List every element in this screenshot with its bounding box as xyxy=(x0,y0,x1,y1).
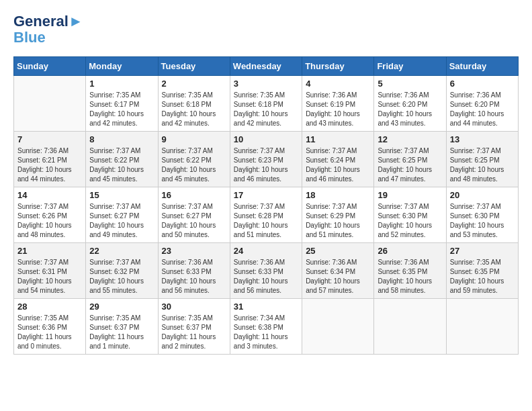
calendar-cell: 14Sunrise: 7:37 AM Sunset: 6:26 PM Dayli… xyxy=(14,187,86,243)
day-header-monday: Monday xyxy=(86,57,158,76)
calendar-cell: 22Sunrise: 7:37 AM Sunset: 6:32 PM Dayli… xyxy=(86,243,158,299)
day-info: Sunrise: 7:35 AM Sunset: 6:18 PM Dayligh… xyxy=(162,91,226,128)
calendar-cell: 17Sunrise: 7:37 AM Sunset: 6:28 PM Dayli… xyxy=(230,187,302,243)
day-number: 26 xyxy=(378,246,442,256)
day-info: Sunrise: 7:36 AM Sunset: 6:33 PM Dayligh… xyxy=(162,258,226,295)
calendar-cell: 27Sunrise: 7:35 AM Sunset: 6:35 PM Dayli… xyxy=(446,243,518,299)
day-info: Sunrise: 7:36 AM Sunset: 6:19 PM Dayligh… xyxy=(306,91,370,128)
page-header: General►Blue xyxy=(13,13,519,46)
calendar-cell: 15Sunrise: 7:37 AM Sunset: 6:27 PM Dayli… xyxy=(86,187,158,243)
day-number: 18 xyxy=(306,190,370,200)
day-number: 24 xyxy=(234,246,298,256)
day-number: 31 xyxy=(234,302,298,312)
calendar-cell: 4Sunrise: 7:36 AM Sunset: 6:19 PM Daylig… xyxy=(302,76,374,132)
day-info: Sunrise: 7:35 AM Sunset: 6:17 PM Dayligh… xyxy=(89,91,154,128)
calendar-cell: 19Sunrise: 7:37 AM Sunset: 6:30 PM Dayli… xyxy=(374,187,446,243)
day-info: Sunrise: 7:36 AM Sunset: 6:20 PM Dayligh… xyxy=(378,91,442,128)
calendar-cell xyxy=(374,299,446,355)
calendar-cell xyxy=(446,299,518,355)
day-header-thursday: Thursday xyxy=(302,57,374,76)
calendar-cell: 30Sunrise: 7:35 AM Sunset: 6:37 PM Dayli… xyxy=(158,299,230,355)
calendar-cell: 24Sunrise: 7:36 AM Sunset: 6:33 PM Dayli… xyxy=(230,243,302,299)
calendar-week-5: 28Sunrise: 7:35 AM Sunset: 6:36 PM Dayli… xyxy=(14,299,519,355)
day-info: Sunrise: 7:35 AM Sunset: 6:36 PM Dayligh… xyxy=(17,314,82,351)
day-number: 7 xyxy=(17,134,82,144)
day-info: Sunrise: 7:37 AM Sunset: 6:30 PM Dayligh… xyxy=(450,202,515,240)
day-number: 11 xyxy=(306,134,370,144)
day-header-sunday: Sunday xyxy=(14,57,86,76)
day-info: Sunrise: 7:35 AM Sunset: 6:37 PM Dayligh… xyxy=(89,314,154,351)
calendar-cell: 12Sunrise: 7:37 AM Sunset: 6:25 PM Dayli… xyxy=(374,132,446,187)
day-info: Sunrise: 7:34 AM Sunset: 6:38 PM Dayligh… xyxy=(234,314,298,351)
day-header-tuesday: Tuesday xyxy=(158,57,230,76)
day-info: Sunrise: 7:37 AM Sunset: 6:26 PM Dayligh… xyxy=(17,202,82,240)
day-info: Sunrise: 7:36 AM Sunset: 6:35 PM Dayligh… xyxy=(378,258,442,295)
calendar-cell: 31Sunrise: 7:34 AM Sunset: 6:38 PM Dayli… xyxy=(230,299,302,355)
calendar-week-2: 7Sunrise: 7:36 AM Sunset: 6:21 PM Daylig… xyxy=(14,132,519,187)
day-number: 13 xyxy=(450,134,515,144)
day-number: 8 xyxy=(89,134,154,144)
calendar-body: 1Sunrise: 7:35 AM Sunset: 6:17 PM Daylig… xyxy=(14,76,519,355)
day-header-wednesday: Wednesday xyxy=(230,57,302,76)
calendar-cell xyxy=(14,76,86,132)
day-number: 16 xyxy=(162,190,226,200)
day-info: Sunrise: 7:37 AM Sunset: 6:28 PM Dayligh… xyxy=(234,202,298,240)
logo: General►Blue xyxy=(13,13,83,46)
calendar-cell: 3Sunrise: 7:35 AM Sunset: 6:18 PM Daylig… xyxy=(230,76,302,132)
calendar-cell: 21Sunrise: 7:37 AM Sunset: 6:31 PM Dayli… xyxy=(14,243,86,299)
day-info: Sunrise: 7:36 AM Sunset: 6:33 PM Dayligh… xyxy=(234,258,298,295)
calendar-cell: 26Sunrise: 7:36 AM Sunset: 6:35 PM Dayli… xyxy=(374,243,446,299)
day-info: Sunrise: 7:37 AM Sunset: 6:25 PM Dayligh… xyxy=(378,146,442,184)
calendar-week-4: 21Sunrise: 7:37 AM Sunset: 6:31 PM Dayli… xyxy=(14,243,519,299)
day-info: Sunrise: 7:36 AM Sunset: 6:20 PM Dayligh… xyxy=(450,91,515,128)
calendar-cell: 16Sunrise: 7:37 AM Sunset: 6:27 PM Dayli… xyxy=(158,187,230,243)
day-number: 22 xyxy=(89,246,154,256)
calendar-week-3: 14Sunrise: 7:37 AM Sunset: 6:26 PM Dayli… xyxy=(14,187,519,243)
day-info: Sunrise: 7:37 AM Sunset: 6:30 PM Dayligh… xyxy=(378,202,442,240)
calendar-cell: 6Sunrise: 7:36 AM Sunset: 6:20 PM Daylig… xyxy=(446,76,518,132)
day-number: 10 xyxy=(234,134,298,144)
calendar-cell: 1Sunrise: 7:35 AM Sunset: 6:17 PM Daylig… xyxy=(86,76,158,132)
day-number: 17 xyxy=(234,190,298,200)
calendar-cell: 11Sunrise: 7:37 AM Sunset: 6:24 PM Dayli… xyxy=(302,132,374,187)
day-info: Sunrise: 7:37 AM Sunset: 6:29 PM Dayligh… xyxy=(306,202,370,240)
day-header-saturday: Saturday xyxy=(446,57,518,76)
day-info: Sunrise: 7:37 AM Sunset: 6:23 PM Dayligh… xyxy=(234,146,298,184)
day-number: 9 xyxy=(162,134,226,144)
calendar-cell: 18Sunrise: 7:37 AM Sunset: 6:29 PM Dayli… xyxy=(302,187,374,243)
day-number: 15 xyxy=(89,190,154,200)
day-header-friday: Friday xyxy=(374,57,446,76)
day-info: Sunrise: 7:37 AM Sunset: 6:27 PM Dayligh… xyxy=(162,202,226,240)
day-info: Sunrise: 7:35 AM Sunset: 6:37 PM Dayligh… xyxy=(162,314,226,351)
day-info: Sunrise: 7:36 AM Sunset: 6:34 PM Dayligh… xyxy=(306,258,370,295)
day-info: Sunrise: 7:35 AM Sunset: 6:18 PM Dayligh… xyxy=(234,91,298,128)
calendar-cell: 25Sunrise: 7:36 AM Sunset: 6:34 PM Dayli… xyxy=(302,243,374,299)
day-number: 19 xyxy=(378,190,442,200)
calendar-cell: 20Sunrise: 7:37 AM Sunset: 6:30 PM Dayli… xyxy=(446,187,518,243)
day-number: 1 xyxy=(89,79,154,89)
day-number: 21 xyxy=(17,246,82,256)
day-info: Sunrise: 7:37 AM Sunset: 6:32 PM Dayligh… xyxy=(89,258,154,295)
calendar-cell: 23Sunrise: 7:36 AM Sunset: 6:33 PM Dayli… xyxy=(158,243,230,299)
day-number: 20 xyxy=(450,190,515,200)
calendar-cell: 28Sunrise: 7:35 AM Sunset: 6:36 PM Dayli… xyxy=(14,299,86,355)
day-number: 23 xyxy=(162,246,226,256)
day-number: 12 xyxy=(378,134,442,144)
day-number: 3 xyxy=(234,79,298,89)
calendar-cell: 10Sunrise: 7:37 AM Sunset: 6:23 PM Dayli… xyxy=(230,132,302,187)
calendar-cell: 5Sunrise: 7:36 AM Sunset: 6:20 PM Daylig… xyxy=(374,76,446,132)
day-number: 27 xyxy=(450,246,515,256)
day-number: 4 xyxy=(306,79,370,89)
day-info: Sunrise: 7:37 AM Sunset: 6:25 PM Dayligh… xyxy=(450,146,515,184)
logo-text: General►Blue xyxy=(13,13,83,46)
day-number: 2 xyxy=(162,79,226,89)
calendar-cell: 8Sunrise: 7:37 AM Sunset: 6:22 PM Daylig… xyxy=(86,132,158,187)
day-number: 25 xyxy=(306,246,370,256)
day-number: 6 xyxy=(450,79,515,89)
day-info: Sunrise: 7:37 AM Sunset: 6:31 PM Dayligh… xyxy=(17,258,82,295)
calendar-cell xyxy=(302,299,374,355)
day-number: 28 xyxy=(17,302,82,312)
calendar-cell: 13Sunrise: 7:37 AM Sunset: 6:25 PM Dayli… xyxy=(446,132,518,187)
calendar-cell: 2Sunrise: 7:35 AM Sunset: 6:18 PM Daylig… xyxy=(158,76,230,132)
day-number: 30 xyxy=(162,302,226,312)
